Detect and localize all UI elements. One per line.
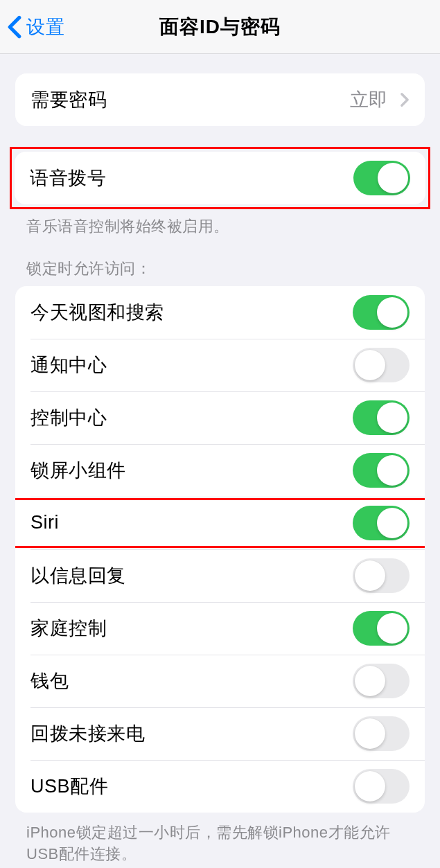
- back-button[interactable]: 设置: [0, 15, 65, 39]
- chevron-right-icon: [400, 92, 410, 107]
- locked-item-label: 回拨未接来电: [30, 721, 353, 746]
- voice-dial-toggle[interactable]: [353, 161, 410, 195]
- voice-dial-group: 语音拨号: [15, 152, 425, 204]
- locked-item-toggle[interactable]: [353, 558, 410, 593]
- locked-item-label: 今天视图和搜索: [30, 300, 353, 325]
- locked-item-row: 锁屏小组件: [15, 444, 425, 497]
- locked-item-row: 回拨未接来电: [15, 707, 425, 760]
- locked-item-row: USB配件: [15, 760, 425, 813]
- locked-item-label: USB配件: [30, 774, 353, 799]
- locked-item-toggle[interactable]: [353, 664, 410, 698]
- locked-item-row: 通知中心: [15, 339, 425, 391]
- locked-item-label: 以信息回复: [30, 563, 353, 588]
- locked-item-label: 家庭控制: [30, 616, 353, 641]
- locked-item-label: 控制中心: [30, 405, 353, 430]
- voice-dial-label: 语音拨号: [30, 166, 353, 191]
- page-title: 面容ID与密码: [0, 14, 440, 40]
- locked-item-row: 今天视图和搜索: [15, 286, 425, 339]
- locked-item-label: 锁屏小组件: [30, 458, 353, 483]
- locked-item-row: Siri: [15, 497, 425, 549]
- locked-item-toggle[interactable]: [353, 769, 410, 804]
- locked-item-toggle[interactable]: [353, 506, 410, 540]
- locked-item-toggle[interactable]: [353, 295, 410, 330]
- back-label: 设置: [26, 15, 65, 39]
- locked-item-toggle[interactable]: [353, 453, 410, 488]
- require-passcode-value: 立即: [350, 87, 387, 112]
- passcode-group: 需要密码 立即: [15, 73, 425, 126]
- voice-dial-footer: 音乐语音控制将始终被启用。: [0, 209, 440, 238]
- locked-item-toggle[interactable]: [353, 716, 410, 751]
- locked-access-group: 今天视图和搜索通知中心控制中心锁屏小组件Siri以信息回复家庭控制钱包回拨未接来…: [15, 286, 425, 813]
- chevron-left-icon: [7, 15, 22, 39]
- locked-access-header: 锁定时允许访问：: [0, 238, 440, 286]
- locked-item-row: 家庭控制: [15, 602, 425, 655]
- usb-footer: iPhone锁定超过一小时后，需先解锁iPhone才能允许USB配件连接。: [0, 813, 440, 868]
- locked-item-label: 通知中心: [30, 353, 353, 378]
- navigation-bar: 设置 面容ID与密码: [0, 0, 440, 54]
- require-passcode-row[interactable]: 需要密码 立即: [15, 73, 425, 126]
- locked-item-row: 以信息回复: [15, 549, 425, 602]
- voice-dial-row: 语音拨号: [15, 152, 425, 204]
- locked-item-label: 钱包: [30, 668, 353, 693]
- locked-item-toggle[interactable]: [353, 348, 410, 382]
- require-passcode-label: 需要密码: [30, 87, 350, 112]
- locked-item-row: 钱包: [15, 655, 425, 707]
- locked-item-label: Siri: [30, 512, 353, 533]
- locked-item-row: 控制中心: [15, 391, 425, 444]
- locked-item-toggle[interactable]: [353, 611, 410, 646]
- locked-item-toggle[interactable]: [353, 400, 410, 435]
- voice-dial-highlight: 语音拨号: [10, 147, 430, 209]
